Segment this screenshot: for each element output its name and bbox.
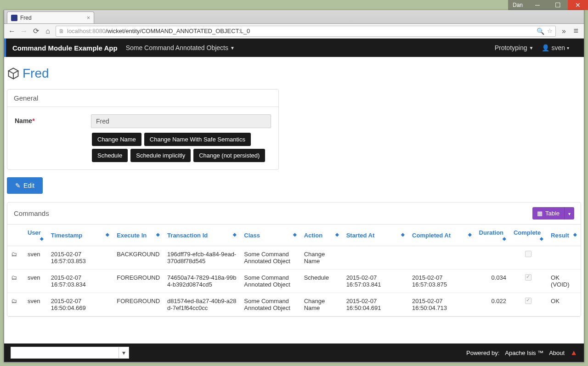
tab-close-icon[interactable]: × [87,15,90,21]
col-transaction-id[interactable]: Transaction Id◆ [164,225,240,246]
cell-user: sven [24,293,47,316]
panel-general: General Name* Fred Change Name Change Na… [7,89,279,170]
browser-tab[interactable]: Fred × [7,11,94,23]
nav-user-menu[interactable]: 👤 sven ▾ [542,44,569,51]
checkbox-icon [525,251,531,257]
nav-menu-prototyping[interactable]: Prototyping ▼ [495,44,534,51]
table-view-dropdown[interactable]: ▾ [564,207,574,220]
panel-general-heading: General [7,90,278,107]
browser-menu-icon[interactable]: ≡ [571,26,580,36]
cell-completed-at: 2015-02-07 16:50:04.713 [408,293,475,316]
cell-complete [510,270,547,293]
app-brand[interactable]: Command Module Example App [12,44,118,52]
app-footer: ▾ Powered by: Apache Isis ™ About ▲ [4,343,584,362]
nav-user-label: sven [551,44,565,51]
app-root: Command Module Example App Some Command … [4,39,584,362]
edit-button[interactable]: ✎ Edit [7,177,43,194]
sort-icon: ◆ [335,232,339,237]
change-name-button[interactable]: Change Name [92,133,141,146]
entity-title-text: Fred [23,66,49,81]
checkbox-icon [525,274,531,281]
window-close-button[interactable]: ✕ [568,0,588,10]
col-complete[interactable]: Complete◆ [510,225,547,246]
cell-execute-in: BACKGROUND [113,246,164,270]
pencil-icon: ✎ [15,182,21,189]
sort-icon: ◆ [106,232,109,237]
window-maximize-button[interactable]: ☐ [548,0,568,10]
col-action[interactable]: Action◆ [300,225,343,246]
cell-class: Some Command Annotated Object [240,293,300,316]
browser-toolbar: ← → ⟳ ⌂ 🗎 localhost:8080/wicket/entity/C… [4,24,584,39]
cell-timestamp: 2015-02-07 16:50:04.669 [47,293,113,316]
page-icon: 🗎 [59,28,64,34]
favicon-icon [11,15,17,21]
schedule-implicitly-button[interactable]: Schedule implicitly [130,149,191,162]
table-row: 🗂sven2015-02-07 16:50:04.669FOREGROUNDd8… [7,293,581,316]
cell-timestamp: 2015-02-07 16:57:03.834 [47,270,113,293]
url-bar[interactable]: 🗎 localhost:8080/wicket/entity/COMMAND_A… [56,26,556,37]
caret-down-icon: ▾ [568,211,571,216]
powered-by-label: Powered by: [466,349,499,356]
sort-icon: ◆ [293,232,297,237]
cell-transaction-id: d81574ed-8a27-40b9-a28d-7ef1f64cc0cc [164,293,240,316]
page-title: Fred [7,66,581,81]
sort-icon: ◆ [540,236,543,241]
col-completed-at[interactable]: Completed At◆ [408,225,475,246]
cell-result [547,246,581,270]
sort-icon: ◆ [401,232,405,237]
row-open-icon[interactable]: 🗂 [11,251,17,258]
cell-started-at: 2015-02-07 16:50:04.691 [343,293,408,316]
cell-duration: 0.022 [475,293,510,316]
cell-started-at: 2015-02-07 16:57:03.841 [343,270,408,293]
col-timestamp[interactable]: Timestamp◆ [47,225,113,246]
cell-transaction-id: 196dff79-efcb-4a84-9ead-370d8f78d545 [164,246,240,270]
table-view-button[interactable]: ▦ Table [532,207,564,220]
caret-down-icon: ▾ [567,45,569,51]
extensions-icon[interactable]: » [560,27,568,35]
nav-reload-icon[interactable]: ⟳ [32,27,40,35]
caret-down-icon: ▼ [529,45,534,51]
col-started-at[interactable]: Started At◆ [343,225,408,246]
nav-forward-icon: → [20,27,28,35]
col-user[interactable]: User◆ [24,225,47,246]
cell-result: OK [547,293,581,316]
schedule-button[interactable]: Schedule [92,149,128,162]
sort-icon: ◆ [503,236,506,241]
cell-user: sven [24,270,47,293]
col-execute-in[interactable]: Execute In◆ [113,225,164,246]
col-result[interactable]: Result◆ [547,225,581,246]
row-open-icon[interactable]: 🗂 [11,274,17,281]
apache-isis-link[interactable]: Apache Isis ™ [505,349,543,356]
sort-icon: ◆ [156,232,160,237]
browser-window: Fred × ← → ⟳ ⌂ 🗎 localhost:8080/wicket/e… [4,10,584,362]
cell-action: Schedule [300,270,343,293]
browser-tab-strip: Fred × [4,10,584,24]
panel-commands: Commands ▦ Table ▾ [7,202,581,317]
panel-commands-heading: Commands [14,209,49,217]
bookmark-star-icon[interactable]: ☆ [547,28,553,35]
col-class[interactable]: Class◆ [240,225,300,246]
warning-icon[interactable]: ▲ [570,349,577,357]
col-duration[interactable]: Duration◆ [475,225,510,246]
search-icon[interactable]: 🔍 [537,28,544,35]
footer-breadcrumb-select[interactable]: ▾ [11,347,129,359]
sort-icon: ◆ [233,232,237,237]
row-open-icon[interactable]: 🗂 [11,298,17,304]
caret-down-icon: ▼ [230,45,235,51]
cell-timestamp: 2015-02-07 16:57:03.853 [47,246,113,270]
about-link[interactable]: About [549,349,565,356]
change-name-safe-button[interactable]: Change Name With Safe Semantics [144,133,251,146]
change-not-persisted-button[interactable]: Change (not persisted) [193,149,265,162]
window-titlebar: Dan ─ ☐ ✕ [0,0,588,10]
browser-tab-title: Fred [20,15,32,21]
sort-icon: ◆ [468,232,472,237]
window-minimize-button[interactable]: ─ [527,0,548,10]
user-icon: 👤 [542,44,549,51]
entity-cube-icon [7,67,20,80]
sort-icon: ◆ [40,236,44,241]
sort-icon: ◆ [573,232,577,237]
nav-home-icon[interactable]: ⌂ [44,27,52,35]
table-row: 🗂sven2015-02-07 16:57:03.834FOREGROUND74… [7,270,581,293]
nav-back-icon[interactable]: ← [8,27,16,35]
nav-menu-annotated-objects[interactable]: Some Command Annotated Objects ▼ [126,44,235,51]
